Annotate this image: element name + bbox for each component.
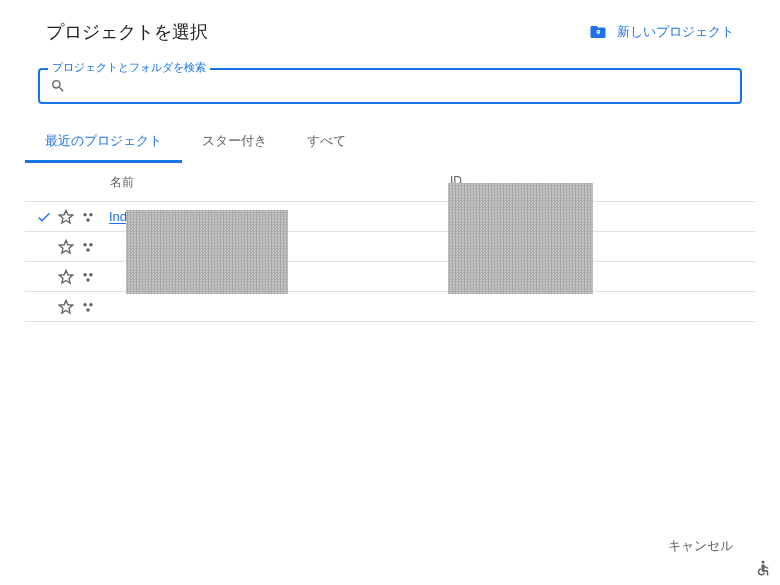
new-project-button[interactable]: 新しいプロジェクト	[589, 23, 734, 41]
project-type-icon	[77, 240, 99, 254]
table-row[interactable]	[25, 232, 755, 262]
svg-point-3	[83, 242, 87, 246]
project-name-link[interactable]: Indexing	[109, 209, 158, 224]
search-container: プロジェクトとフォルダを検索	[38, 68, 742, 104]
svg-point-5	[86, 248, 90, 252]
table-row[interactable]	[25, 292, 755, 322]
accessibility-icon[interactable]	[754, 559, 772, 577]
check-icon	[33, 209, 55, 225]
svg-point-11	[86, 308, 90, 312]
tab-all[interactable]: すべて	[287, 122, 366, 163]
star-icon[interactable]	[55, 239, 77, 255]
project-type-icon	[77, 210, 99, 224]
tabs: 最近のプロジェクト スター付き すべて	[25, 122, 755, 164]
column-header-id[interactable]: ID	[450, 174, 462, 191]
svg-point-4	[89, 242, 93, 246]
search-icon	[50, 78, 66, 94]
tab-recent[interactable]: 最近のプロジェクト	[25, 122, 182, 163]
svg-point-10	[89, 302, 93, 306]
svg-point-6	[83, 272, 87, 276]
table-row[interactable]: Indexing ?	[25, 202, 755, 232]
svg-point-9	[83, 302, 87, 306]
table-header: 名前 ID	[25, 164, 755, 202]
column-header-name[interactable]: 名前	[110, 174, 450, 191]
cancel-button[interactable]: キャンセル	[656, 529, 745, 563]
table-row[interactable]	[25, 262, 755, 292]
star-icon[interactable]	[55, 299, 77, 315]
dialog-title: プロジェクトを選択	[46, 20, 208, 44]
svg-point-2	[86, 218, 90, 222]
star-icon[interactable]	[55, 209, 77, 225]
project-table: 名前 ID Indexing ?	[25, 164, 755, 322]
svg-point-7	[89, 272, 93, 276]
star-icon[interactable]	[55, 269, 77, 285]
search-input[interactable]	[74, 78, 730, 94]
search-legend: プロジェクトとフォルダを検索	[48, 60, 210, 75]
new-project-label: 新しいプロジェクト	[617, 23, 734, 41]
svg-point-1	[89, 212, 93, 216]
help-icon[interactable]: ?	[164, 210, 178, 224]
new-project-folder-icon	[589, 23, 607, 41]
tab-starred[interactable]: スター付き	[182, 122, 287, 163]
project-type-icon	[77, 300, 99, 314]
svg-point-8	[86, 278, 90, 282]
svg-point-12	[762, 561, 765, 564]
project-type-icon	[77, 270, 99, 284]
svg-point-0	[83, 212, 87, 216]
